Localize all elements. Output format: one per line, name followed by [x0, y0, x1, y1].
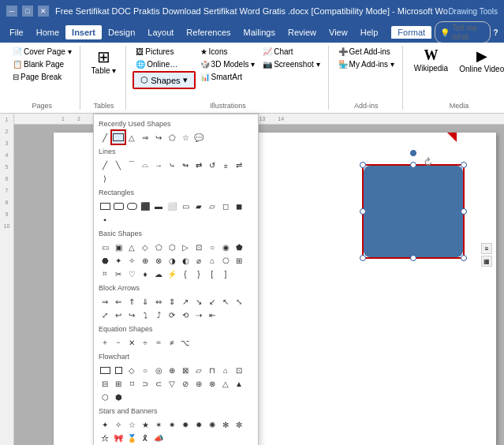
handle-top-right[interactable]: [461, 162, 467, 168]
shape-line3[interactable]: ⌒: [125, 159, 138, 171]
shapes-button[interactable]: ⬡ Shapes ▾: [133, 71, 195, 89]
fc17[interactable]: ▽: [166, 377, 178, 390]
bs31[interactable]: [: [206, 267, 218, 280]
fc18[interactable]: ⊘: [179, 377, 192, 390]
fc6[interactable]: ⊕: [166, 364, 178, 376]
bs27[interactable]: ☁: [152, 267, 165, 280]
shape-callout[interactable]: 💬: [192, 131, 205, 144]
bs25[interactable]: ♡: [125, 267, 138, 280]
ba20[interactable]: ⇤: [206, 309, 218, 321]
maximize-button[interactable]: □: [22, 6, 33, 17]
fc10[interactable]: ⌂: [219, 364, 232, 376]
ba8[interactable]: ↘: [192, 295, 205, 308]
menu-mailings[interactable]: Mailings: [237, 25, 282, 39]
menu-help[interactable]: Help: [354, 25, 385, 39]
handle-bottom-right[interactable]: [461, 255, 467, 261]
menu-insert[interactable]: Insert: [65, 25, 102, 39]
ba10[interactable]: ↖: [219, 295, 232, 308]
sb7[interactable]: ✸: [179, 418, 192, 431]
bs7[interactable]: ▷: [179, 241, 192, 253]
fc21[interactable]: △: [219, 377, 232, 390]
fc13[interactable]: ⊞: [112, 377, 125, 390]
shape-container[interactable]: [362, 164, 465, 259]
handle-middle-right[interactable]: [461, 208, 467, 215]
ba18[interactable]: ⟲: [179, 309, 192, 321]
sb6[interactable]: ✷: [166, 418, 178, 431]
get-addins-button[interactable]: ➕ Get Add-ins: [335, 46, 398, 58]
handle-middle-left[interactable]: [360, 208, 366, 215]
sb3[interactable]: ☆: [125, 418, 138, 431]
bs15[interactable]: ⊕: [139, 254, 151, 267]
handle-top-middle[interactable]: [410, 162, 416, 168]
bs29[interactable]: {: [179, 267, 192, 280]
bs4[interactable]: ◇: [139, 241, 151, 253]
handle-top-left[interactable]: [360, 162, 366, 168]
eq4[interactable]: ÷: [139, 336, 151, 349]
eq6[interactable]: ≠: [166, 336, 178, 349]
ba2[interactable]: ⇐: [112, 295, 125, 308]
bs13[interactable]: ✦: [112, 254, 125, 267]
menu-references[interactable]: References: [180, 25, 237, 39]
fc11[interactable]: ⊡: [233, 364, 245, 376]
screenshot-button[interactable]: 📷 Screenshot ▾: [259, 58, 323, 70]
cover-page-button[interactable]: 📄 Cover Page ▾: [9, 46, 75, 58]
tell-me-input[interactable]: 💡 Tell me what: [435, 21, 491, 43]
ba16[interactable]: ⤴: [152, 309, 165, 321]
ba11[interactable]: ⤡: [233, 295, 245, 308]
ba4[interactable]: ⇓: [139, 295, 151, 308]
shape-curved-arrow[interactable]: ↪: [152, 131, 165, 144]
sb16[interactable]: 📣: [152, 432, 165, 444]
bs8[interactable]: ⊡: [192, 241, 205, 253]
ba5[interactable]: ⇔: [152, 295, 165, 308]
shape-rect2[interactable]: [112, 200, 125, 212]
bs14[interactable]: ✧: [125, 254, 138, 267]
fc19[interactable]: ⊛: [192, 377, 205, 390]
sb12[interactable]: ⛦: [99, 432, 111, 444]
fc22[interactable]: ▲: [233, 377, 245, 390]
ba19[interactable]: ⇢: [192, 309, 205, 321]
fc14[interactable]: ⌑: [125, 377, 138, 390]
ba13[interactable]: ↩: [112, 309, 125, 321]
fc2[interactable]: [112, 364, 125, 376]
shape-line6[interactable]: ⤷: [166, 159, 178, 171]
eq1[interactable]: ＋: [99, 336, 111, 349]
fc3[interactable]: ◇: [125, 364, 138, 376]
bs23[interactable]: ⌗: [99, 267, 111, 280]
close-button[interactable]: ✕: [38, 6, 49, 17]
smartart-button[interactable]: 📊 SmartArt: [197, 71, 259, 83]
chart-button[interactable]: 📈 Chart: [259, 46, 323, 58]
fc23[interactable]: ⬡: [99, 391, 111, 403]
sb10[interactable]: ✻: [219, 418, 232, 431]
ba12[interactable]: ⤢: [99, 309, 111, 321]
eq3[interactable]: ✕: [125, 336, 138, 349]
shape-line5[interactable]: →: [152, 159, 165, 171]
bs26[interactable]: ♦: [139, 267, 151, 280]
online-pictures-button[interactable]: 🌐 Online…: [133, 58, 195, 70]
bs12[interactable]: ⬣: [99, 254, 111, 267]
ba14[interactable]: ↪: [125, 309, 138, 321]
sb13[interactable]: 🎀: [112, 432, 125, 444]
bs10[interactable]: ◉: [219, 241, 232, 253]
shape-line4[interactable]: ⌓: [139, 159, 151, 171]
menu-view[interactable]: View: [323, 25, 354, 39]
minimize-button[interactable]: ─: [6, 6, 17, 17]
menu-design[interactable]: Design: [102, 25, 141, 39]
eq7[interactable]: ⌥: [179, 336, 192, 349]
my-addins-button[interactable]: 🏪 My Add-ins ▾: [335, 58, 398, 70]
sb2[interactable]: ✧: [112, 418, 125, 431]
rounded-rectangle-shape[interactable]: [364, 166, 463, 257]
shape-line7[interactable]: ↬: [179, 159, 192, 171]
shape-line1[interactable]: ╱: [99, 159, 111, 171]
sb5[interactable]: ✶: [152, 418, 165, 431]
bs28[interactable]: ⚡: [166, 267, 178, 280]
fc1[interactable]: [99, 364, 111, 376]
bs11[interactable]: ⬟: [233, 241, 245, 253]
handle-bottom-middle[interactable]: [410, 255, 416, 261]
shape-pentagon[interactable]: ⬠: [166, 131, 178, 144]
shape-rect9[interactable]: ▱: [206, 200, 218, 212]
bs1[interactable]: ▭: [99, 241, 111, 253]
fc12[interactable]: ⊟: [99, 377, 111, 390]
bs2[interactable]: ▣: [112, 241, 125, 253]
blank-page-button[interactable]: 📋 Blank Page: [9, 58, 75, 70]
menu-review[interactable]: Review: [282, 25, 323, 39]
